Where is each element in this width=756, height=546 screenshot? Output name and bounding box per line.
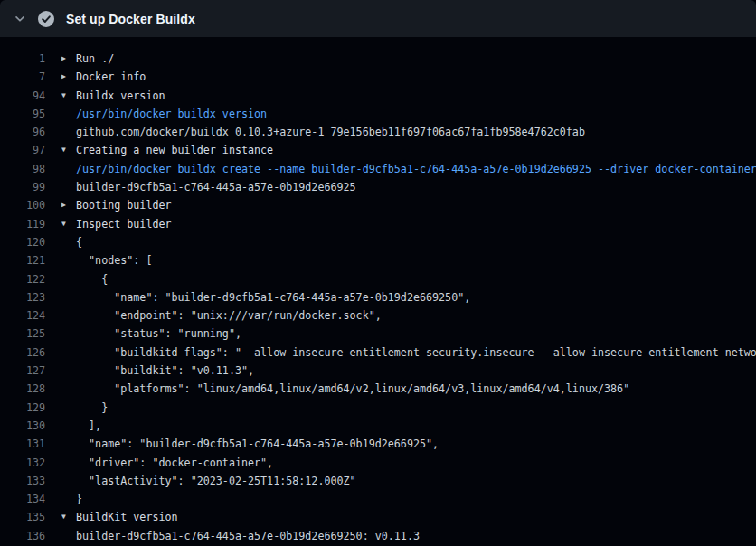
line-number[interactable]: 128 (0, 380, 45, 398)
indent-spacer (61, 160, 76, 178)
log-group-title: Booting builder (76, 196, 172, 214)
triangle-down-icon: ▼ (61, 141, 76, 159)
line-number[interactable]: 135 (0, 508, 45, 526)
log-line: 134} (0, 490, 756, 508)
log-output-text: "buildkit": "v0.11.3", (76, 362, 254, 380)
line-number[interactable]: 130 (0, 417, 45, 435)
line-number[interactable]: 99 (0, 178, 45, 196)
line-number[interactable]: 1 (0, 50, 45, 68)
indent-spacer (61, 325, 76, 343)
triangle-right-icon: ▶ (61, 68, 76, 86)
log-lines: 1▶Run ./7▶Docker info94▼Buildx version95… (0, 37, 756, 545)
log-line[interactable]: 119▼Inspect builder (0, 215, 756, 233)
line-number[interactable]: 126 (0, 344, 45, 362)
line-number[interactable]: 124 (0, 306, 45, 325)
log-output-text: "lastActivity": "2023-02-25T11:58:12.000… (76, 472, 356, 490)
log-line[interactable]: 94▼Buildx version (0, 87, 756, 105)
line-number[interactable]: 125 (0, 325, 45, 343)
indent-spacer (61, 105, 76, 123)
log-line[interactable]: 100▶Booting builder (0, 196, 756, 214)
log-line: 130 ], (0, 417, 756, 435)
log-output-text: builder-d9cfb5a1-c764-445a-a57e-0b19d2e6… (76, 178, 356, 196)
indent-spacer (61, 472, 76, 490)
indent-spacer (61, 362, 76, 380)
log-output-text: "driver": "docker-container", (76, 454, 273, 472)
line-number[interactable]: 96 (0, 123, 45, 141)
log-line: 121 "nodes": [ (0, 251, 756, 269)
log-line: 136builder-d9cfb5a1-c764-445a-a57e-0b19d… (0, 527, 756, 545)
log-group-title: Creating a new builder instance (76, 141, 273, 159)
log-group-title: Buildx version (76, 87, 165, 105)
line-number[interactable]: 120 (0, 233, 45, 251)
log-output-text: ], (76, 417, 101, 435)
log-line: 98/usr/bin/docker buildx create --name b… (0, 160, 756, 178)
indent-spacer (61, 490, 76, 508)
line-number[interactable]: 129 (0, 399, 45, 417)
log-output-text: "platforms": "linux/amd64,linux/amd64/v2… (76, 380, 629, 398)
check-circle-icon (38, 11, 54, 27)
log-line: 127 "buildkit": "v0.11.3", (0, 362, 756, 380)
line-number[interactable]: 97 (0, 141, 45, 159)
line-number[interactable]: 94 (0, 87, 45, 105)
indent-spacer (61, 178, 76, 196)
log-output-text: "name": "builder-d9cfb5a1-c764-445a-a57e… (76, 288, 470, 306)
log-line[interactable]: 7▶Docker info (0, 68, 756, 86)
line-number[interactable]: 7 (0, 68, 45, 86)
log-line: 129 } (0, 399, 756, 417)
log-line[interactable]: 135▼BuildKit version (0, 508, 756, 526)
indent-spacer (61, 251, 76, 269)
indent-spacer (61, 417, 76, 435)
log-output-text: { (76, 270, 108, 288)
triangle-right-icon: ▶ (61, 50, 76, 68)
chevron-down-icon[interactable] (13, 12, 27, 26)
log-command-text: /usr/bin/docker buildx create --name bui… (76, 160, 756, 178)
log-group-title: BuildKit version (76, 508, 178, 526)
log-group-title: Docker info (76, 68, 146, 86)
line-number[interactable]: 134 (0, 490, 45, 508)
log-line: 132 "driver": "docker-container", (0, 454, 756, 472)
line-number[interactable]: 100 (0, 196, 45, 214)
log-line: 124 "endpoint": "unix:///var/run/docker.… (0, 306, 756, 325)
line-number[interactable]: 119 (0, 215, 45, 233)
log-line: 122 { (0, 270, 756, 288)
log-output-text: { (76, 233, 82, 251)
line-number[interactable]: 132 (0, 454, 45, 472)
line-number[interactable]: 127 (0, 362, 45, 380)
log-output-text: "buildkitd-flags": "--allow-insecure-ent… (76, 344, 756, 362)
step-header[interactable]: Set up Docker Buildx (0, 0, 756, 37)
indent-spacer (61, 454, 76, 472)
log-group-title: Inspect builder (76, 215, 172, 233)
indent-spacer (61, 233, 76, 251)
log-line: 131 "name": "builder-d9cfb5a1-c764-445a-… (0, 435, 756, 453)
line-number[interactable]: 98 (0, 160, 45, 178)
indent-spacer (61, 344, 76, 362)
log-group-title: Run ./ (76, 50, 114, 68)
indent-spacer (61, 380, 76, 398)
indent-spacer (61, 306, 76, 325)
line-number[interactable]: 136 (0, 527, 45, 545)
log-command-text: /usr/bin/docker buildx version (76, 105, 267, 123)
log-line: 95/usr/bin/docker buildx version (0, 105, 756, 123)
log-output-text: "endpoint": "unix:///var/run/docker.sock… (76, 306, 382, 325)
indent-spacer (61, 288, 76, 306)
indent-spacer (61, 435, 76, 453)
log-line: 126 "buildkitd-flags": "--allow-insecure… (0, 344, 756, 362)
log-line: 125 "status": "running", (0, 325, 756, 343)
log-line: 123 "name": "builder-d9cfb5a1-c764-445a-… (0, 288, 756, 306)
line-number[interactable]: 121 (0, 251, 45, 269)
log-line[interactable]: 97▼Creating a new builder instance (0, 141, 756, 159)
log-line: 128 "platforms": "linux/amd64,linux/amd6… (0, 380, 756, 398)
line-number[interactable]: 133 (0, 472, 45, 490)
line-number[interactable]: 131 (0, 435, 45, 453)
indent-spacer (61, 123, 76, 141)
log-output-text: github.com/docker/buildx 0.10.3+azure-1 … (76, 123, 585, 141)
line-number[interactable]: 122 (0, 270, 45, 288)
line-number[interactable]: 123 (0, 288, 45, 306)
line-number[interactable]: 95 (0, 105, 45, 123)
log-output-text: } (76, 399, 108, 417)
indent-spacer (61, 270, 76, 288)
log-line[interactable]: 1▶Run ./ (0, 50, 756, 68)
log-output-text: "status": "running", (76, 325, 241, 343)
triangle-down-icon: ▼ (61, 87, 76, 105)
log-line: 120{ (0, 233, 756, 251)
